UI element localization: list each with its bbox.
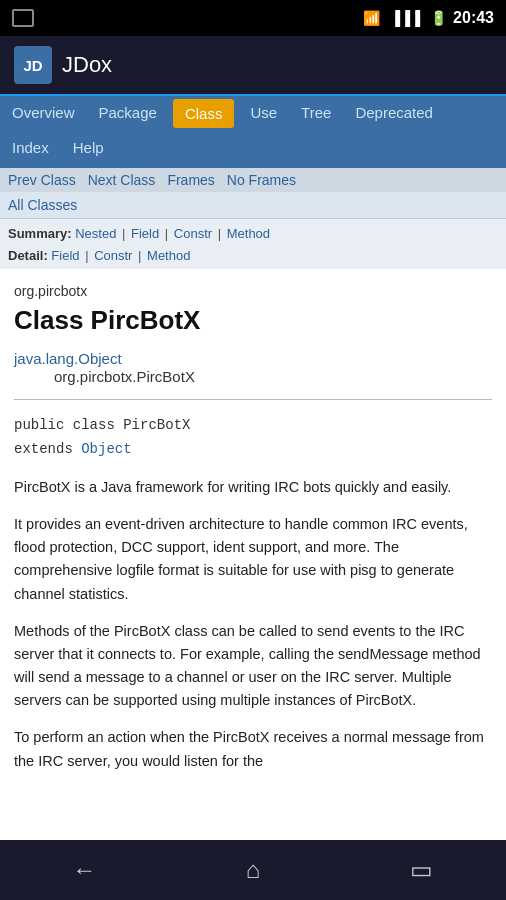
- summary-nested[interactable]: Nested: [75, 226, 116, 241]
- code-extends-keyword: extends: [14, 441, 73, 457]
- nav-package[interactable]: Package: [87, 96, 169, 131]
- home-button[interactable]: ⌂: [223, 850, 283, 890]
- app-logo: JD: [14, 46, 52, 84]
- signal-icon: ▐▐▐: [390, 10, 420, 26]
- code-public: public class PircBotX: [14, 417, 190, 433]
- status-time: 20:43: [453, 9, 494, 27]
- divider: [14, 399, 492, 400]
- status-bar: 📶 ▐▐▐ 🔋 20:43: [0, 0, 506, 36]
- summary-label: Summary:: [8, 226, 72, 241]
- all-classes-link[interactable]: All Classes: [8, 197, 77, 213]
- desc-paragraph-4: To perform an action when the PircBotX r…: [14, 726, 492, 772]
- summary-constr[interactable]: Constr: [174, 226, 212, 241]
- nav-bar: Overview Package Class Use Tree Deprecat…: [0, 96, 506, 168]
- next-class-link[interactable]: Next Class: [88, 172, 156, 188]
- main-content: org.pircbotx Class PircBotX java.lang.Ob…: [0, 269, 506, 840]
- frames-link[interactable]: Frames: [167, 172, 214, 188]
- class-title: Class PircBotX: [14, 305, 492, 336]
- desc-paragraph-1: PircBotX is a Java framework for writing…: [14, 476, 492, 499]
- nav-row2: Index Help: [0, 131, 506, 168]
- nav-use[interactable]: Use: [238, 96, 289, 131]
- code-declaration: public class PircBotX extends Object: [14, 414, 492, 462]
- nav-tree[interactable]: Tree: [289, 96, 343, 131]
- prev-class-link[interactable]: Prev Class: [8, 172, 76, 188]
- detail-field[interactable]: Field: [51, 248, 79, 263]
- inheritance-this: org.pircbotx.PircBotX: [14, 368, 492, 385]
- detail-row: Detail: Field | Constr | Method: [8, 245, 498, 267]
- status-icons: 📶 ▐▐▐ 🔋 20:43: [359, 9, 494, 27]
- back-button[interactable]: ←: [54, 850, 114, 890]
- nav-row1: Overview Package Class Use Tree Deprecat…: [0, 96, 506, 131]
- app-header: JD JDox: [0, 36, 506, 96]
- summary-field[interactable]: Field: [131, 226, 159, 241]
- battery-icon: 🔋: [430, 10, 447, 26]
- summary-bar: Summary: Nested | Field | Constr | Metho…: [0, 218, 506, 269]
- code-extends-link[interactable]: Object: [81, 441, 131, 457]
- nav-class[interactable]: Class: [173, 99, 235, 128]
- desc-paragraph-2: It provides an event-driven architecture…: [14, 513, 492, 606]
- summary-method[interactable]: Method: [227, 226, 270, 241]
- status-bar-left: [12, 9, 359, 27]
- summary-row: Summary: Nested | Field | Constr | Metho…: [8, 223, 498, 245]
- inheritance-base-link[interactable]: java.lang.Object: [14, 350, 122, 367]
- no-frames-link[interactable]: No Frames: [227, 172, 296, 188]
- nav-overview[interactable]: Overview: [0, 96, 87, 131]
- detail-label: Detail:: [8, 248, 48, 263]
- recents-button[interactable]: ▭: [392, 850, 452, 890]
- sub-nav: Prev Class Next Class Frames No Frames: [0, 168, 506, 192]
- nav-index[interactable]: Index: [0, 131, 61, 164]
- all-classes-bar: All Classes: [0, 192, 506, 218]
- screenshot-icon: [12, 9, 34, 27]
- wifi-icon: 📶: [363, 10, 380, 26]
- bottom-nav: ← ⌂ ▭: [0, 840, 506, 900]
- nav-help[interactable]: Help: [61, 131, 116, 164]
- app-title: JDox: [62, 52, 112, 78]
- desc-paragraph-3: Methods of the PircBotX class can be cal…: [14, 620, 492, 713]
- nav-deprecated[interactable]: Deprecated: [343, 96, 445, 131]
- inheritance-section: java.lang.Object org.pircbotx.PircBotX: [14, 350, 492, 385]
- detail-method[interactable]: Method: [147, 248, 190, 263]
- package-name: org.pircbotx: [14, 283, 492, 299]
- detail-constr[interactable]: Constr: [94, 248, 132, 263]
